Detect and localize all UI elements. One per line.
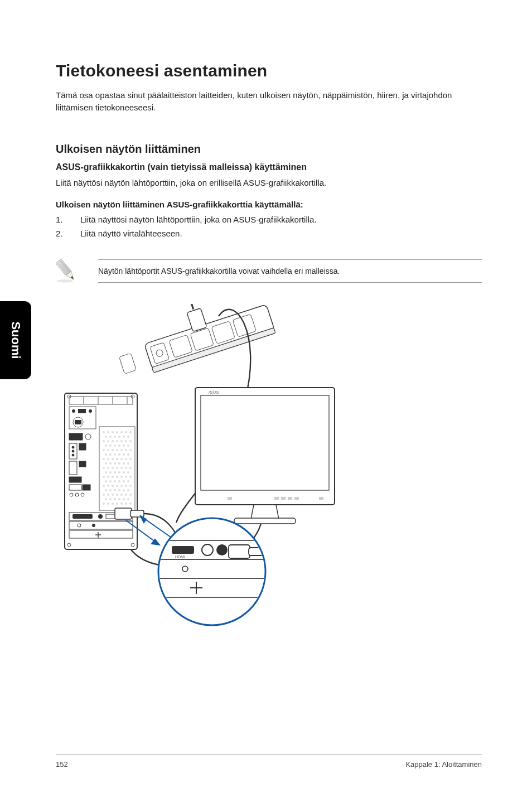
steps-list: 1. Liitä näyttösi näytön lähtöporttiin, … (56, 215, 482, 238)
svg-point-43 (120, 431, 123, 433)
svg-point-72 (105, 453, 107, 456)
svg-rect-167 (69, 530, 133, 538)
svg-point-134 (120, 494, 123, 496)
svg-point-63 (123, 445, 125, 447)
svg-point-40 (107, 431, 109, 433)
svg-point-147 (120, 503, 123, 505)
svg-rect-189 (158, 559, 265, 578)
svg-point-50 (123, 436, 125, 438)
svg-point-62 (118, 445, 120, 447)
svg-point-138 (109, 498, 112, 500)
pencil-icon (51, 255, 81, 287)
svg-point-74 (114, 453, 116, 456)
svg-point-39 (103, 431, 105, 433)
chapter-label: Kappale 1: Aloittaminen (405, 760, 482, 769)
step-number: 1. (56, 215, 80, 224)
svg-rect-168 (72, 514, 93, 519)
svg-point-52 (103, 440, 105, 442)
svg-point-61 (114, 445, 116, 447)
svg-point-137 (105, 498, 107, 500)
svg-rect-15 (187, 308, 207, 331)
svg-point-129 (127, 489, 129, 491)
svg-point-73 (109, 453, 112, 456)
svg-point-83 (125, 458, 127, 460)
svg-point-64 (127, 445, 129, 447)
svg-point-81 (116, 458, 118, 460)
svg-point-101 (118, 471, 120, 474)
svg-point-128 (123, 489, 125, 491)
svg-point-71 (129, 449, 132, 451)
svg-point-114 (118, 480, 120, 482)
svg-rect-150 (69, 433, 83, 440)
step-text: Liitä näyttösi näytön lähtöporttiin, jok… (80, 215, 317, 224)
svg-point-46 (105, 436, 107, 438)
svg-point-113 (114, 480, 116, 482)
svg-point-100 (114, 471, 116, 474)
svg-point-111 (105, 480, 107, 482)
svg-point-47 (109, 436, 112, 438)
note-callout: Näytön lähtöportit ASUS-grafiikkakortill… (51, 255, 482, 287)
svg-point-69 (120, 449, 123, 451)
svg-point-75 (118, 453, 120, 456)
svg-point-95 (120, 467, 123, 469)
svg-point-51 (127, 436, 129, 438)
svg-point-141 (123, 498, 125, 500)
svg-rect-20 (281, 497, 286, 500)
svg-point-106 (112, 476, 114, 478)
svg-point-65 (103, 449, 105, 451)
svg-rect-34 (78, 409, 86, 413)
svg-point-149 (129, 503, 132, 505)
svg-point-155 (72, 454, 74, 456)
svg-point-57 (125, 440, 127, 442)
svg-rect-21 (288, 497, 292, 500)
svg-point-48 (114, 436, 116, 438)
svg-point-194 (216, 544, 228, 555)
svg-point-86 (109, 462, 112, 465)
svg-point-148 (125, 503, 127, 505)
svg-rect-158 (79, 461, 86, 467)
svg-point-122 (125, 485, 127, 487)
svg-rect-156 (79, 443, 86, 450)
svg-point-139 (114, 498, 116, 500)
svg-point-125 (109, 489, 112, 491)
svg-point-44 (125, 431, 127, 433)
svg-point-58 (129, 440, 132, 442)
svg-point-42 (116, 431, 118, 433)
steps-heading: Ulkoisen näytön liittäminen ASUS-grafiik… (56, 200, 482, 209)
svg-point-140 (118, 498, 120, 500)
svg-point-103 (127, 471, 129, 474)
svg-rect-161 (83, 485, 90, 490)
svg-point-115 (123, 480, 125, 482)
svg-rect-19 (274, 497, 279, 500)
svg-point-131 (107, 494, 109, 496)
svg-point-76 (123, 453, 125, 456)
section-heading: Ulkoisen näytön liittäminen (56, 143, 482, 156)
svg-rect-22 (294, 497, 299, 500)
svg-point-169 (98, 514, 103, 519)
svg-rect-37 (75, 420, 81, 424)
svg-point-105 (107, 476, 109, 478)
svg-point-104 (103, 476, 105, 478)
svg-point-118 (107, 485, 109, 487)
page-footer: 152 Kappale 1: Aloittaminen (56, 754, 482, 769)
svg-point-124 (105, 489, 107, 491)
svg-rect-190 (158, 578, 265, 597)
svg-point-154 (72, 450, 74, 452)
svg-point-117 (103, 485, 105, 487)
svg-point-90 (127, 462, 129, 465)
svg-point-96 (125, 467, 127, 469)
svg-point-41 (112, 431, 114, 433)
svg-rect-24 (228, 497, 232, 500)
page-content: Tietokoneesi asentaminen Tämä osa opasta… (0, 0, 532, 802)
svg-rect-25 (234, 518, 296, 524)
svg-point-49 (118, 436, 120, 438)
svg-point-173 (92, 524, 95, 527)
svg-point-108 (120, 476, 123, 478)
svg-rect-166 (69, 521, 133, 529)
svg-point-112 (109, 480, 112, 482)
svg-point-130 (103, 494, 105, 496)
svg-point-78 (103, 458, 105, 460)
svg-point-98 (105, 471, 107, 474)
svg-point-142 (127, 498, 129, 500)
svg-point-66 (107, 449, 109, 451)
